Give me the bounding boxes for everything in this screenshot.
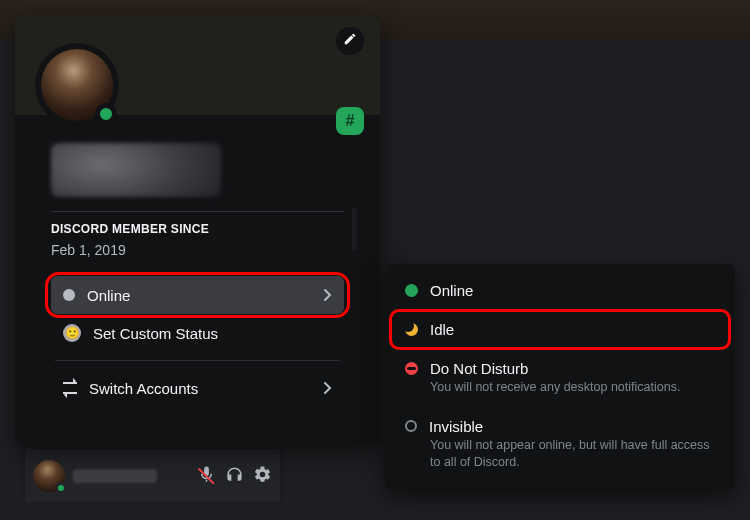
- status-option-desc: You will not receive any desktop notific…: [430, 379, 715, 396]
- chevron-right-icon: [324, 287, 332, 304]
- scrollbar-thumb[interactable]: [352, 207, 357, 251]
- user-panel: [25, 450, 280, 502]
- status-option-idle[interactable]: Idle: [393, 311, 727, 348]
- switch-accounts-label: Switch Accounts: [89, 380, 198, 397]
- menu-separator: [55, 360, 340, 361]
- pencil-icon: [343, 32, 357, 50]
- user-profile-popout: # DISCORD MEMBER SINCE Feb 1, 2019 Onlin…: [15, 15, 380, 445]
- status-option-dnd[interactable]: Do Not Disturb You will not receive any …: [393, 350, 727, 406]
- switch-accounts-icon: [63, 380, 77, 396]
- status-option-label: Do Not Disturb: [430, 360, 528, 377]
- status-option-label: Invisible: [429, 418, 483, 435]
- user-panel-name-redacted[interactable]: [73, 469, 157, 483]
- profile-body: DISCORD MEMBER SINCE Feb 1, 2019 Online …: [29, 129, 366, 417]
- mute-mic-button[interactable]: [196, 466, 216, 486]
- profile-menu: Online 🙂 Set Custom Status Switch Accoun…: [51, 276, 344, 407]
- status-online-row[interactable]: Online: [51, 276, 344, 314]
- status-option-desc: You will not appear online, but will hav…: [430, 437, 715, 471]
- status-option-invisible[interactable]: Invisible You will not appear online, bu…: [393, 408, 727, 481]
- status-option-label: Online: [430, 282, 473, 299]
- member-since-label: DISCORD MEMBER SINCE: [51, 222, 344, 236]
- chevron-right-icon: [324, 380, 332, 397]
- divider: [51, 211, 344, 212]
- member-since-value: Feb 1, 2019: [51, 242, 344, 258]
- edit-profile-button[interactable]: [336, 27, 364, 55]
- online-icon: [405, 284, 418, 297]
- status-label: Online: [87, 287, 130, 304]
- smiley-icon: 🙂: [63, 324, 81, 342]
- custom-status-label: Set Custom Status: [93, 325, 218, 342]
- headphones-icon: [225, 465, 244, 488]
- status-option-online[interactable]: Online: [393, 272, 727, 309]
- switch-accounts-row[interactable]: Switch Accounts: [51, 369, 344, 407]
- status-submenu: Online Idle Do Not Disturb You will not …: [385, 264, 735, 489]
- status-option-label: Idle: [430, 321, 454, 338]
- status-indicator-online-icon: [95, 103, 117, 125]
- user-panel-avatar[interactable]: [33, 460, 65, 492]
- username-redacted: [51, 143, 221, 197]
- dnd-icon: [405, 362, 418, 375]
- user-settings-button[interactable]: [252, 466, 272, 486]
- invisible-icon: [405, 420, 417, 432]
- idle-moon-icon: [405, 323, 418, 336]
- status-dot-icon: [63, 289, 75, 301]
- deafen-button[interactable]: [224, 466, 244, 486]
- avatar-container[interactable]: [35, 43, 119, 127]
- hash-icon: #: [346, 112, 355, 130]
- set-custom-status-row[interactable]: 🙂 Set Custom Status: [51, 314, 344, 352]
- status-indicator-online-icon: [55, 482, 67, 494]
- gear-icon: [253, 465, 272, 488]
- hypesquad-badge[interactable]: #: [336, 107, 364, 135]
